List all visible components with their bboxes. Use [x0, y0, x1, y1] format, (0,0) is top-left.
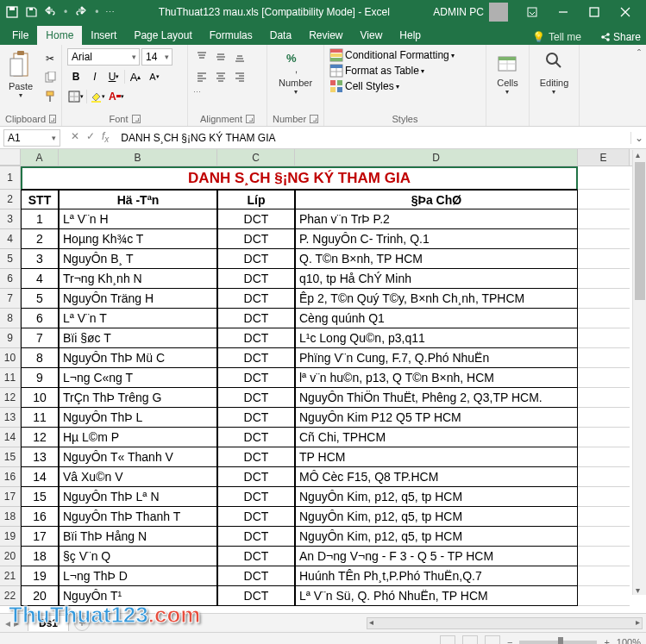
row-header[interactable]: 21	[0, 566, 21, 586]
number-launcher[interactable]	[310, 115, 318, 123]
cell[interactable]	[578, 388, 630, 408]
bold-button[interactable]: B	[67, 68, 85, 85]
collapse-ribbon-icon[interactable]: ˆ	[632, 45, 646, 126]
cell[interactable]: DCT	[217, 467, 295, 487]
horizontal-scrollbar[interactable]	[367, 617, 643, 629]
cell[interactable]	[578, 547, 630, 566]
number-format-button[interactable]: %, Number ▾	[275, 48, 316, 97]
cell[interactable]	[578, 249, 630, 269]
cell[interactable]: 2	[21, 229, 59, 249]
conditional-formatting-button[interactable]: Conditional Formatting▾	[329, 48, 480, 62]
row-header[interactable]: 5	[0, 249, 21, 269]
fill-color-button[interactable]: ▾	[89, 88, 106, 105]
tab-data[interactable]: Data	[261, 26, 300, 45]
paste-button[interactable]: Paste ▾	[5, 48, 36, 101]
maximize-icon[interactable]	[579, 0, 610, 24]
border-button[interactable]: ▾	[67, 88, 85, 105]
cell[interactable]: NguyÔn T¹	[59, 586, 217, 606]
share-button[interactable]: Share	[600, 31, 641, 43]
cell[interactable]: DCT	[217, 289, 295, 309]
row-header[interactable]: 22	[0, 586, 21, 606]
cell[interactable]	[578, 408, 630, 428]
sheet-nav-prev-icon[interactable]: ◂	[5, 617, 10, 629]
zoom-in-icon[interactable]: +	[604, 637, 609, 645]
cell[interactable]	[578, 487, 630, 507]
cell[interactable]: 8	[21, 348, 59, 368]
cell[interactable]: DCT	[217, 428, 295, 447]
cell[interactable]: Lª V¨n H	[59, 209, 217, 229]
col-header-b[interactable]: B	[59, 149, 217, 166]
page-layout-view-icon[interactable]	[462, 635, 478, 645]
cell[interactable]: Vâ Xu©n V	[59, 467, 217, 487]
align-center-icon[interactable]	[212, 68, 229, 85]
autosave-icon[interactable]	[5, 5, 19, 19]
font-color-button[interactable]: A▾	[108, 88, 125, 105]
cell[interactable]	[578, 229, 630, 249]
cell[interactable]: DCT	[217, 566, 295, 586]
copy-icon[interactable]	[41, 69, 59, 86]
tab-formulas[interactable]: Formulas	[201, 26, 261, 45]
cell[interactable]	[578, 566, 630, 586]
row-header[interactable]: 17	[0, 487, 21, 507]
row-header[interactable]: 20	[0, 547, 21, 566]
cell[interactable]: Phan v¨n TrÞ P.2	[295, 209, 578, 229]
zoom-slider[interactable]	[519, 641, 597, 644]
page-break-view-icon[interactable]	[485, 635, 500, 645]
cell[interactable]: DCT	[217, 408, 295, 428]
cell[interactable]	[578, 507, 630, 527]
cell[interactable]	[578, 447, 630, 467]
cell[interactable]: NguyÔn ThÞ Mü C	[59, 348, 217, 368]
tab-file[interactable]: File	[3, 26, 37, 45]
cell[interactable]: 15	[21, 487, 59, 507]
minimize-icon[interactable]	[548, 0, 579, 24]
row-header[interactable]: 4	[0, 229, 21, 249]
editing-button[interactable]: Editing ▾	[536, 48, 573, 97]
cell[interactable]: 16	[21, 507, 59, 527]
expand-fbar-icon[interactable]: ⌄	[630, 132, 646, 144]
cell[interactable]: Cñ Chi, TPHCM	[295, 428, 578, 447]
row-header[interactable]: 6	[0, 269, 21, 289]
row-header[interactable]: 13	[0, 408, 21, 428]
row-header[interactable]: 14	[0, 428, 21, 447]
cell[interactable]: Huúnh TÊn Ph¸t,P.Phó ThuËn,Q.7	[295, 566, 578, 586]
tab-insert[interactable]: Insert	[82, 26, 125, 45]
tab-review[interactable]: Review	[300, 26, 351, 45]
row-header[interactable]: 1	[0, 166, 21, 190]
cell[interactable]: 17	[21, 527, 59, 547]
cell[interactable]: Êp 2, T©n Quý T©y, B×nh Ch¸nh, TPHCM	[295, 289, 578, 309]
redo-icon[interactable]	[74, 5, 88, 19]
italic-button[interactable]: I	[86, 68, 103, 85]
cell[interactable]	[578, 289, 630, 309]
cell[interactable]: NguyÔn Kim, p12, q5, tp HCM	[295, 527, 578, 547]
cell[interactable]: DCT	[217, 309, 295, 328]
cancel-formula-icon[interactable]: ✕	[71, 130, 79, 144]
cell[interactable]: NguyÔn Kim, p12, q5, tp HCM	[295, 507, 578, 527]
tellme-input[interactable]	[549, 31, 597, 43]
undo-icon[interactable]	[43, 5, 57, 19]
cell[interactable]	[578, 166, 630, 190]
cell[interactable]: DCT	[217, 447, 295, 467]
cell[interactable]: NguyÔn T« Thanh V	[59, 447, 217, 467]
cell[interactable]: NguyÔn B¸ T	[59, 249, 217, 269]
cell[interactable]: Hoµng Kh¾c T	[59, 229, 217, 249]
cell[interactable]: Phïng V¨n Cung, F.7, Q.Phó NhuËn	[295, 348, 578, 368]
clipboard-launcher[interactable]	[49, 115, 56, 123]
normal-view-icon[interactable]	[440, 635, 455, 645]
cell[interactable]: An D­¬ng V­¬ng - F 3 - Q 5 - TP HCM	[295, 547, 578, 566]
cell[interactable]: L¬ng C«ng T	[59, 368, 217, 388]
row-header[interactable]: 18	[0, 507, 21, 527]
cell[interactable]	[578, 309, 630, 328]
cell[interactable]: Q. T©n B×nh, TP HCM	[295, 249, 578, 269]
cell[interactable]: DCT	[217, 547, 295, 566]
add-sheet-button[interactable]: +	[74, 616, 90, 631]
cell[interactable]	[578, 368, 630, 388]
cell[interactable]: DCT	[217, 209, 295, 229]
cell[interactable]: lª v¨n hu©n, p13, Q T©n B×nh, HCM	[295, 368, 578, 388]
format-as-table-button[interactable]: Format as Table▾	[329, 64, 480, 78]
cell[interactable]: DCT	[217, 507, 295, 527]
row-header[interactable]: 8	[0, 309, 21, 328]
fx-icon[interactable]: fx	[102, 130, 109, 144]
cell[interactable]: TrÇn ThÞ Tr­êng G	[59, 388, 217, 408]
user-account[interactable]: ADMIN PC	[433, 3, 508, 22]
col-header-c[interactable]: C	[217, 149, 295, 166]
